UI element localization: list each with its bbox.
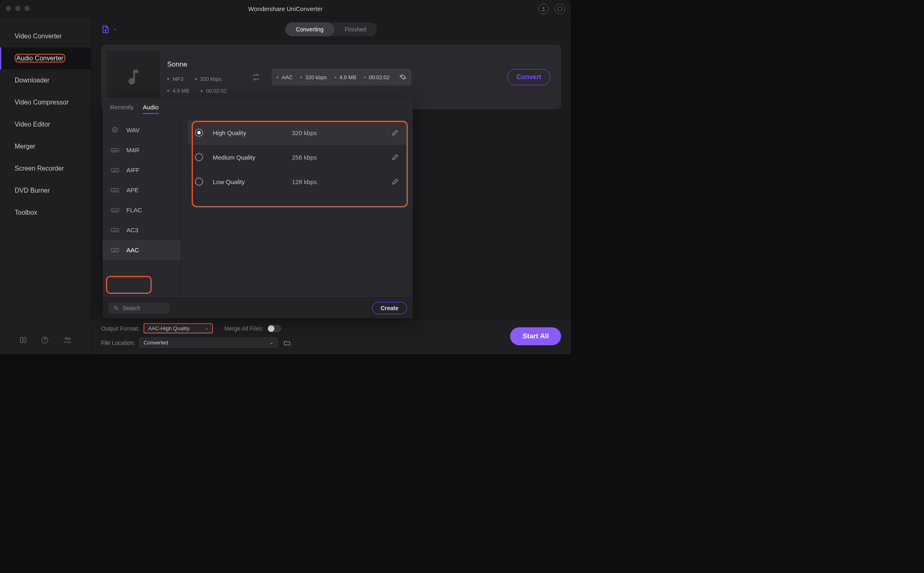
sidebar-item-label: Screen Recorder xyxy=(15,165,64,172)
quality-option-low[interactable]: Low Quality 128 kbps xyxy=(188,169,406,194)
svg-text:AAC: AAC xyxy=(113,249,117,251)
disc-icon xyxy=(110,126,120,133)
output-format-select[interactable]: AAC-High Quality xyxy=(144,323,213,333)
sidebar-item-video-converter[interactable]: Video Converter xyxy=(0,25,91,47)
format-search-input[interactable]: Search xyxy=(108,302,170,314)
edit-icon[interactable] xyxy=(391,129,399,136)
format-item-aac[interactable]: AACAAC xyxy=(103,240,181,260)
src-codec: MP3 xyxy=(172,76,183,82)
sidebar-item-screen-recorder[interactable]: Screen Recorder xyxy=(0,158,91,180)
popover-tab-recently[interactable]: Recently xyxy=(110,104,134,114)
close-window-icon[interactable] xyxy=(6,6,11,11)
edit-icon[interactable] xyxy=(391,178,399,185)
sidebar-item-downloader[interactable]: Downloader xyxy=(0,69,91,91)
minimize-window-icon[interactable] xyxy=(15,6,20,11)
format-item-ape[interactable]: APEAPE xyxy=(103,180,181,200)
gear-icon[interactable] xyxy=(399,73,407,81)
quality-name: Low Quality xyxy=(213,178,282,185)
sidebar-item-toolbox[interactable]: Toolbox xyxy=(0,202,91,224)
user-account-icon[interactable] xyxy=(538,4,549,14)
quality-option-high[interactable]: High Quality 320 kbps xyxy=(188,120,406,145)
radio-icon xyxy=(195,129,203,137)
format-item-label: AC3 xyxy=(126,227,138,233)
sidebar-item-label: Video Converter xyxy=(15,33,62,40)
merge-all-label: Merge All Files: xyxy=(224,325,263,332)
start-all-button[interactable]: Start All xyxy=(510,327,561,345)
open-folder-icon[interactable] xyxy=(283,339,291,346)
source-meta: MP3 320 kbps 4.9 MB 00:02:02 xyxy=(167,76,241,94)
format-item-label: AAC xyxy=(126,247,139,253)
sidebar-item-dvd-burner[interactable]: DVD Burner xyxy=(0,180,91,202)
search-icon xyxy=(113,305,119,311)
help-icon[interactable] xyxy=(41,335,49,344)
sidebar: Video Converter Audio Converter Download… xyxy=(0,18,91,354)
format-item-label: M4R xyxy=(126,147,139,153)
sidebar-item-merger[interactable]: Merger xyxy=(0,135,91,158)
dst-duration: 00:02:02 xyxy=(369,74,390,80)
svg-text:FLAC: FLAC xyxy=(113,209,118,211)
file-name: Sonne xyxy=(167,60,241,69)
svg-text:M4R: M4R xyxy=(113,149,117,151)
edit-icon[interactable] xyxy=(391,153,399,161)
dst-codec: AAC xyxy=(282,74,293,80)
status-tabs: Converting Finished xyxy=(285,22,377,36)
add-files-button[interactable] xyxy=(101,25,117,34)
quality-rate: 128 kbps xyxy=(292,178,382,185)
merge-all-toggle[interactable] xyxy=(267,325,281,332)
format-item-label: FLAC xyxy=(126,207,142,213)
sidebar-item-label: Downloader xyxy=(15,77,49,84)
sidebar-item-video-compressor[interactable]: Video Compressor xyxy=(0,91,91,113)
community-icon[interactable] xyxy=(63,335,72,344)
bottom-bar: Output Format: AAC-High Quality Merge Al… xyxy=(91,320,571,354)
file-location-select[interactable]: Converted xyxy=(139,338,278,348)
convert-arrow-icon xyxy=(251,72,261,82)
format-item-aiff[interactable]: AIFFAIFF xyxy=(103,160,181,180)
tab-finished[interactable]: Finished xyxy=(334,22,377,36)
popover-tab-audio[interactable]: Audio xyxy=(143,104,158,114)
maximize-window-icon[interactable] xyxy=(24,6,30,11)
file-badge-icon: APE xyxy=(110,187,120,193)
sidebar-item-label: Audio Converter xyxy=(15,54,65,62)
file-badge-icon: AIFF xyxy=(110,167,120,173)
format-item-ac3[interactable]: AC3AC3 xyxy=(103,220,181,240)
src-size: 4.9 MB xyxy=(172,88,189,94)
svg-point-5 xyxy=(113,127,117,132)
tab-converting[interactable]: Converting xyxy=(285,22,334,36)
quality-rate: 256 kbps xyxy=(292,154,382,161)
app-title: Wondershare UniConverter xyxy=(248,5,323,12)
file-location-label: File Location: xyxy=(101,340,135,346)
format-item-wav[interactable]: WAV xyxy=(103,120,181,140)
file-badge-icon: M4R xyxy=(110,147,120,153)
format-list[interactable]: WAV M4RM4R AIFFAIFF APEAPE FLACFLAC AC3A… xyxy=(103,117,181,298)
convert-button[interactable]: Convert xyxy=(507,69,550,85)
format-popover: Recently Audio WAV M4RM4R AIFFAIFF APEAP… xyxy=(103,98,413,318)
svg-point-4 xyxy=(68,338,70,340)
svg-point-6 xyxy=(115,129,116,131)
create-preset-button[interactable]: Create xyxy=(372,302,407,314)
file-badge-icon: AAC xyxy=(110,247,120,253)
toolbar: Converting Finished xyxy=(91,18,571,41)
file-thumbnail[interactable] xyxy=(107,51,160,104)
music-note-icon xyxy=(124,67,143,87)
sidebar-item-label: Toolbox xyxy=(15,209,37,216)
svg-point-19 xyxy=(114,306,117,309)
quality-option-medium[interactable]: Medium Quality 256 kbps xyxy=(188,145,406,169)
svg-point-3 xyxy=(65,338,68,340)
sidebar-item-label: Merger xyxy=(15,143,35,150)
src-duration: 00:02:02 xyxy=(206,88,227,94)
help-guide-icon[interactable] xyxy=(19,335,27,344)
output-settings-pill[interactable]: AAC 320 kbps 4.9 MB 00:02:02 xyxy=(272,69,411,86)
file-badge-icon: FLAC xyxy=(110,207,120,213)
radio-icon xyxy=(195,153,203,161)
src-bitrate: 320 kbps xyxy=(200,76,222,82)
sidebar-item-video-editor[interactable]: Video Editor xyxy=(0,113,91,135)
format-item-flac[interactable]: FLACFLAC xyxy=(103,200,181,220)
app-window: Wondershare UniConverter Video Converter… xyxy=(0,0,571,354)
svg-text:AC3: AC3 xyxy=(113,229,117,231)
svg-text:AIFF: AIFF xyxy=(113,169,117,171)
feedback-icon[interactable] xyxy=(555,4,565,14)
quality-rate: 320 kbps xyxy=(292,129,382,136)
svg-text:APE: APE xyxy=(113,189,117,191)
sidebar-item-audio-converter[interactable]: Audio Converter xyxy=(0,47,91,69)
format-item-m4r[interactable]: M4RM4R xyxy=(103,140,181,160)
